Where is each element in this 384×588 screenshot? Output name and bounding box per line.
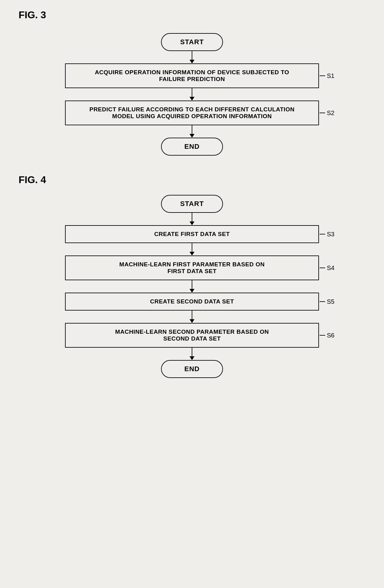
fig4-arrow-5: [190, 348, 194, 360]
fig4-arrow-4: [190, 311, 194, 323]
fig4-arrow-2: [190, 243, 194, 255]
fig3-arrow-1: [190, 51, 194, 63]
fig4-start-row: START: [43, 195, 341, 213]
fig3-label: FIG. 3: [19, 9, 365, 21]
fig3-s1-node: ACQUIRE OPERATION INFORMATION OF DEVICE …: [65, 63, 319, 88]
fig4-s3-node: CREATE FIRST DATA SET: [65, 225, 319, 243]
fig4-s5-label: S5: [320, 298, 334, 305]
fig4-s4-row: MACHINE-LEARN FIRST PARAMETER BASED ONFI…: [43, 255, 341, 280]
figure-4: FIG. 4 START CREATE FIRST DATA SET S3 MA…: [19, 174, 365, 378]
fig4-s3-label: S3: [320, 231, 334, 238]
fig4-arrow-1: [190, 213, 194, 225]
fig3-s1-label: S1: [320, 72, 334, 79]
fig4-end-row: END: [43, 360, 341, 378]
fig3-s2-row: PREDICT FAILURE ACCORDING TO EACH DIFFER…: [43, 101, 341, 125]
fig4-s6-node: MACHINE-LEARN SECOND PARAMETER BASED ONS…: [65, 323, 319, 348]
fig4-s3-row: CREATE FIRST DATA SET S3: [43, 225, 341, 243]
fig4-s4-label: S4: [320, 264, 334, 272]
fig3-arrow-2: [190, 88, 194, 101]
fig4-s6-label: S6: [320, 332, 334, 339]
fig4-arrow-3: [190, 280, 194, 293]
fig4-s6-row: MACHINE-LEARN SECOND PARAMETER BASED ONS…: [43, 323, 341, 348]
fig3-start-row: START: [43, 33, 341, 51]
fig4-s4-node: MACHINE-LEARN FIRST PARAMETER BASED ONFI…: [65, 255, 319, 280]
fig4-s5-node: CREATE SECOND DATA SET: [65, 293, 319, 311]
fig3-arrow-3: [190, 125, 194, 138]
fig4-end-node: END: [161, 360, 223, 378]
fig4-s5-row: CREATE SECOND DATA SET S5: [43, 293, 341, 311]
fig3-start-node: START: [161, 33, 223, 51]
fig3-flowchart: START ACQUIRE OPERATION INFORMATION OF D…: [19, 30, 365, 156]
fig4-flowchart: START CREATE FIRST DATA SET S3 MACHINE-L…: [19, 195, 365, 378]
figure-3: FIG. 3 START ACQUIRE OPERATION INFORMATI…: [19, 9, 365, 156]
fig3-end-row: END: [43, 138, 341, 156]
fig3-end-node: END: [161, 138, 223, 156]
fig3-s1-row: ACQUIRE OPERATION INFORMATION OF DEVICE …: [43, 63, 341, 88]
fig3-s2-node: PREDICT FAILURE ACCORDING TO EACH DIFFER…: [65, 101, 319, 125]
fig4-label: FIG. 4: [19, 174, 365, 186]
fig4-start-node: START: [161, 195, 223, 213]
fig3-s2-label: S2: [320, 109, 334, 117]
